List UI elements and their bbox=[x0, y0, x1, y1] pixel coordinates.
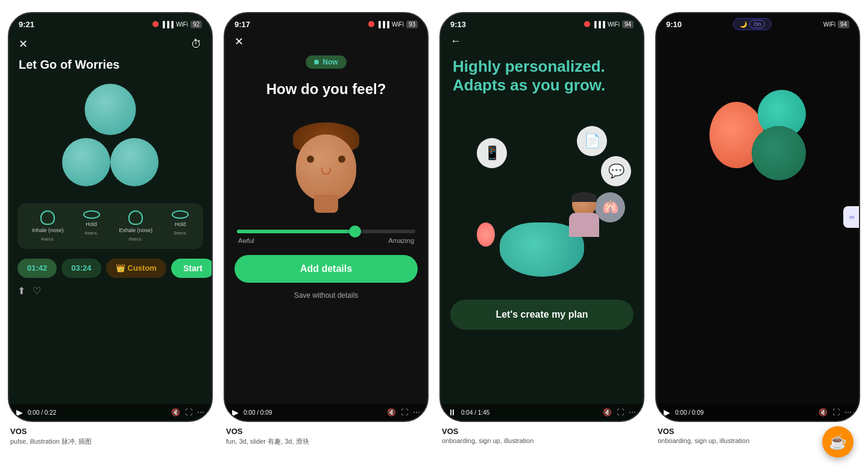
breath-steps: Inhale (nose) 4secs. Hold 4secs. Exhale … bbox=[17, 203, 203, 249]
screen-2: 9:17 ▐▐▐ WiFi 93 ✕ Now bbox=[225, 13, 427, 421]
play-icon-1[interactable]: ▶ bbox=[16, 407, 23, 417]
close-icon-2[interactable]: ✕ bbox=[234, 36, 244, 48]
more-icon-2[interactable]: ⋯ bbox=[413, 408, 420, 417]
now-dot bbox=[314, 60, 319, 65]
step2-time: 4secs. bbox=[84, 230, 98, 236]
wifi-icon-4: WiFi bbox=[823, 21, 835, 28]
step4-label: Hold bbox=[175, 221, 186, 228]
action-bar-1: ⬆ ♡ bbox=[9, 283, 212, 299]
timer-btn-custom[interactable]: 👑 Custom bbox=[106, 259, 166, 278]
nose-icon-1 bbox=[40, 210, 55, 225]
person-torso bbox=[569, 213, 599, 237]
breath-step-4: Hold 3secs. bbox=[172, 210, 189, 242]
step1-time: 4secs. bbox=[41, 236, 55, 242]
fullscreen-icon-1[interactable]: ⛶ bbox=[185, 408, 192, 417]
blob-right bbox=[110, 138, 159, 186]
now-label: Now bbox=[322, 58, 338, 66]
timer-icon-1[interactable]: ⏱ bbox=[191, 38, 202, 51]
video-controls-3: ⏸ 0:04 / 1:45 🔇 ⛶ ⋯ bbox=[441, 404, 643, 421]
status-dot-1 bbox=[153, 21, 159, 27]
card-tags-2: fun, 3d, slider 有趣, 3d, 滑块 bbox=[226, 437, 426, 446]
fullscreen-icon-2[interactable]: ⛶ bbox=[401, 408, 408, 417]
phone-frame-2: 9:17 ▐▐▐ WiFi 93 ✕ Now bbox=[224, 12, 429, 422]
add-details-button[interactable]: Add details bbox=[234, 255, 418, 283]
more-icon-3[interactable]: ⋯ bbox=[629, 408, 636, 417]
status-bar-4: 9:10 🌙 On WiFi 94 bbox=[656, 13, 859, 33]
status-icons-2: ▐▐▐ WiFi 93 bbox=[368, 20, 418, 28]
logo-right-bottom-blob bbox=[752, 126, 806, 180]
battery-3: 94 bbox=[622, 20, 634, 28]
screen3-headline: Highly personalized. Adapts as you grow. bbox=[441, 50, 643, 102]
dark-mode-badge: 🌙 On bbox=[733, 18, 772, 30]
video-controls-4: ▶ 0:00 / 0:09 🔇 ⛶ ⋯ bbox=[656, 404, 859, 421]
back-icon-3[interactable]: ← bbox=[450, 35, 461, 47]
screen-3: 9:13 ▐▐▐ WiFi 94 ← Highly personalized. … bbox=[441, 13, 643, 421]
more-icon-1[interactable]: ⋯ bbox=[197, 408, 204, 417]
status-dot-3 bbox=[584, 21, 590, 27]
status-time-1: 9:21 bbox=[19, 20, 34, 29]
slider-thumb[interactable] bbox=[349, 225, 361, 238]
screen-1: 9:21 ▐▐▐ WiFi 92 ✕ ⏱ Let Go of Worries bbox=[9, 13, 212, 421]
step3-time: 6secs. bbox=[129, 236, 143, 242]
step1-label: Inhale (nose) bbox=[32, 227, 64, 234]
fullscreen-icon-4[interactable]: ⛶ bbox=[832, 408, 840, 417]
floating-icon-1: 📄 bbox=[577, 126, 607, 156]
share-icon[interactable]: ⬆ bbox=[17, 285, 25, 297]
floating-icon-2: 💬 bbox=[601, 156, 631, 186]
video-time-4: 0:00 / 0:09 bbox=[675, 409, 814, 416]
signal-icon-3: ▐▐▐ bbox=[593, 21, 605, 28]
fullscreen-icon-3[interactable]: ⛶ bbox=[617, 408, 624, 417]
more-icon-4[interactable]: ⋯ bbox=[844, 408, 852, 417]
status-time-3: 9:13 bbox=[450, 20, 466, 29]
floating-icon-4: 📱 bbox=[477, 138, 507, 168]
status-icons-3: ▐▐▐ WiFi 94 bbox=[584, 20, 634, 28]
timer-btn-1[interactable]: 01:42 bbox=[17, 259, 57, 278]
signal-icon-2: ▐▐▐ bbox=[377, 21, 389, 28]
status-time-4: 9:10 bbox=[666, 20, 682, 29]
nav-1: ✕ ⏱ bbox=[9, 33, 212, 55]
blob-top bbox=[85, 84, 136, 135]
card-info-1: VOS pulse, illustration 脉冲, 插图 bbox=[8, 422, 213, 448]
mute-icon-3[interactable]: 🔇 bbox=[603, 408, 612, 417]
nose-icon-2 bbox=[128, 210, 143, 225]
person-body bbox=[566, 192, 602, 241]
phone-frame-1: 9:21 ▐▐▐ WiFi 92 ✕ ⏱ Let Go of Worries bbox=[8, 12, 213, 422]
wifi-icon-2: WiFi bbox=[392, 21, 404, 28]
crown-icon: 👑 bbox=[116, 263, 125, 272]
create-plan-button[interactable]: Let's create my plan bbox=[450, 300, 634, 330]
avatar-neck bbox=[314, 195, 338, 213]
mute-icon-2[interactable]: 🔇 bbox=[387, 408, 396, 417]
card-4: 9:10 🌙 On WiFi 94 bbox=[655, 12, 860, 460]
video-time-3: 0:04 / 1:45 bbox=[461, 409, 598, 416]
mute-icon-1[interactable]: 🔇 bbox=[171, 408, 180, 417]
heart-icon[interactable]: ♡ bbox=[33, 285, 41, 297]
vc-icons-3: 🔇 ⛶ ⋯ bbox=[603, 408, 636, 417]
video-time-2: 0:00 / 0:09 bbox=[244, 409, 382, 416]
custom-label: Custom bbox=[128, 263, 157, 272]
close-icon-1[interactable]: ✕ bbox=[19, 37, 28, 51]
blob-left bbox=[62, 138, 110, 186]
mute-icon-4[interactable]: 🔇 bbox=[819, 408, 828, 417]
breath-step-3: Exhale (nose) 6secs. bbox=[119, 210, 153, 242]
infinity-icon: ∞ bbox=[849, 213, 855, 221]
moon-icon: 🌙 bbox=[740, 21, 747, 28]
eye-left bbox=[307, 156, 314, 163]
card-brand-3: VOS bbox=[442, 427, 642, 436]
play-icon-2[interactable]: ▶ bbox=[232, 407, 239, 417]
timer-btn-2[interactable]: 03:24 bbox=[61, 259, 101, 278]
card-brand-1: VOS bbox=[10, 427, 210, 436]
wifi-icon-1: WiFi bbox=[176, 21, 188, 28]
save-without-link[interactable]: Save without details bbox=[225, 289, 427, 302]
mood-slider[interactable]: Awful Amazing bbox=[225, 225, 427, 249]
play-icon-4[interactable]: ▶ bbox=[664, 407, 670, 417]
side-tab[interactable]: ∞ bbox=[843, 206, 860, 228]
mood-question: How do you feel? bbox=[225, 74, 427, 104]
video-controls-2: ▶ 0:00 / 0:09 🔇 ⛶ ⋯ bbox=[225, 404, 427, 421]
fab-button[interactable]: ☕ bbox=[822, 426, 854, 458]
card-info-3: VOS onboarding, sign up, illustration bbox=[439, 422, 644, 447]
start-button[interactable]: Start bbox=[171, 259, 213, 278]
pause-icon-3[interactable]: ⏸ bbox=[448, 407, 456, 417]
step3-label: Exhale (nose) bbox=[119, 227, 153, 234]
wifi-icon-3: WiFi bbox=[608, 21, 620, 28]
card-info-2: VOS fun, 3d, slider 有趣, 3d, 滑块 bbox=[224, 422, 429, 448]
